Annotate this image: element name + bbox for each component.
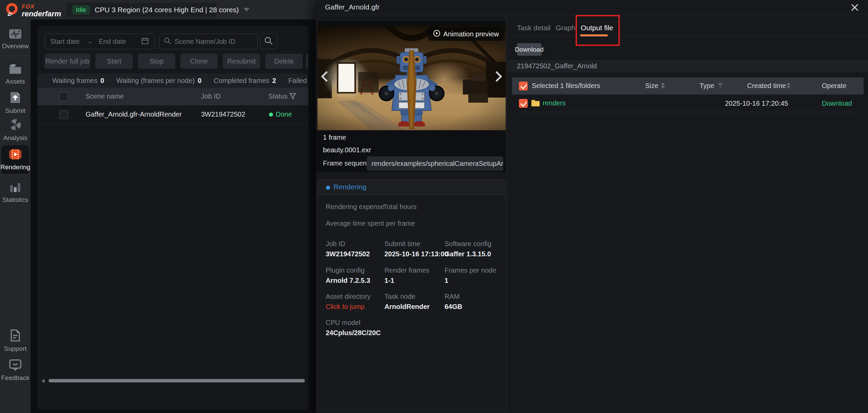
region-selector-dropdown[interactable]: Idle CPU 3 Region (24 cores High End | 2… <box>67 3 217 17</box>
column-created-time[interactable]: Created time <box>747 82 786 90</box>
total-hours-label: Total hours <box>383 203 417 211</box>
sidebar-item-feedback[interactable]: Feedback <box>0 359 31 382</box>
sidebar-item-submit[interactable]: Submit <box>0 91 31 115</box>
frame-sequence-input[interactable]: renders/examples/sphericalCameraSetupArn… <box>367 156 503 171</box>
job-action-buttons: Render full job Start Stop Clone Resubmi… <box>44 54 303 69</box>
logo-text-fox: FOX <box>22 4 61 10</box>
job-detail-overlay: Gaffer_Arnold.gfr <box>316 0 868 413</box>
render-full-job-button[interactable]: Render full job <box>44 54 90 69</box>
scrollbar-thumb[interactable] <box>49 379 305 382</box>
sidebar-item-assets[interactable]: Assets <box>0 64 31 85</box>
sidebar-divider <box>0 56 31 56</box>
close-icon[interactable] <box>850 3 859 12</box>
horizontal-scrollbar[interactable] <box>41 379 308 383</box>
column-type[interactable]: Type <box>700 82 714 90</box>
folder-icon <box>9 64 22 76</box>
field-ram: RAM64GB <box>445 293 502 311</box>
column-size[interactable]: Size <box>645 82 658 90</box>
calendar-icon <box>141 37 149 46</box>
job-status-done: Done <box>276 110 292 118</box>
file-created-time: 2025-10-16 17:20:45 <box>725 100 788 107</box>
scroll-left-arrow-icon[interactable] <box>41 379 44 383</box>
start-date-field[interactable]: Start date <box>50 38 80 46</box>
sidebar-item-support[interactable]: Support <box>0 329 31 352</box>
feedback-chat-icon <box>9 359 21 372</box>
render-preview-image: Animation preview <box>318 21 506 130</box>
frame-sequence-label: Frame sequence <box>323 159 374 167</box>
sidebar-item-analysis[interactable]: Analysis <box>0 119 31 142</box>
file-name-link[interactable]: renders <box>543 99 566 107</box>
job-scene-name[interactable]: Gaffer_Arnold.gfr-ArnoldRender <box>86 110 182 118</box>
activity-icon <box>9 29 22 40</box>
rendering-status-dot <box>326 186 330 190</box>
field-asset-directory: Asset directoryClick to jump <box>326 293 383 311</box>
sidebar-item-rendering[interactable]: Rendering <box>1 145 29 174</box>
preview-prev-arrow[interactable] <box>320 70 329 83</box>
search-input[interactable]: Scene Name/Job ID <box>159 34 258 49</box>
animation-preview-button[interactable]: Animation preview <box>428 27 504 41</box>
avg-time-label: Average time spent per frame <box>326 220 415 227</box>
job-id-value: 3W219472502 <box>201 110 245 118</box>
select-all-checkbox[interactable] <box>59 92 68 101</box>
download-button[interactable]: Download <box>517 43 542 56</box>
created-sort-icon[interactable] <box>786 83 791 88</box>
files-select-all-checkbox[interactable] <box>519 82 528 90</box>
tab-task-detail[interactable]: Task detail <box>517 24 550 32</box>
idle-status-badge: Idle <box>72 5 90 15</box>
search-button[interactable] <box>260 34 277 49</box>
file-row[interactable]: renders 2025-10-16 17:20:45 Download <box>512 94 864 112</box>
start-button[interactable]: Start <box>95 54 133 69</box>
field-software-config: Software configGaffer 1.3.15.0 <box>445 240 502 258</box>
type-filter-icon[interactable] <box>717 83 723 90</box>
overlay-title: Gaffer_Arnold.gfr <box>325 3 380 11</box>
file-row-checkbox[interactable] <box>519 99 528 108</box>
row-checkbox[interactable] <box>59 110 68 119</box>
sidebar-item-statistics[interactable]: Statistics <box>0 182 31 204</box>
jobs-panel: Start date → End date Scene Name/Job ID … <box>37 25 308 410</box>
date-range-picker[interactable]: Start date → End date <box>44 34 155 49</box>
tabs-divider <box>507 36 868 37</box>
frame-count-text: 1 frame <box>323 134 346 141</box>
end-date-field[interactable]: End date <box>99 38 126 46</box>
field-cpu-model: CPU model24Cplus/28C/20C <box>326 319 414 337</box>
fox-renderfarm-logo[interactable]: FOX renderfarm <box>5 2 61 19</box>
sidebar-divider <box>0 174 31 174</box>
status-done-dot <box>269 113 273 117</box>
click-to-jump-link[interactable]: Click to jump <box>326 303 383 311</box>
field-submit-time: Submit time2025-10-16 17:13:00 <box>384 240 452 258</box>
delete-button[interactable]: Delete <box>265 54 303 69</box>
search-icon <box>164 37 171 46</box>
tab-waiting-frames[interactable]: Waiting frames0 <box>52 77 104 85</box>
app-root: FOX renderfarm Idle CPU 3 Region (24 cor… <box>0 0 868 413</box>
size-sort-icon[interactable] <box>661 83 665 88</box>
resubmit-button[interactable]: Resubmit <box>223 54 260 69</box>
annotation-highlight-box <box>576 15 620 46</box>
folder-path-breadcrumb[interactable]: 219472502_Gaffer_Arnold <box>517 62 597 70</box>
job-row[interactable]: Gaffer_Arnold.gfr-ArnoldRender 3W2194725… <box>37 105 308 124</box>
region-selector-label: CPU 3 Region (24 cores High End | 28 cor… <box>95 6 239 14</box>
sidebar-item-overview[interactable]: Overview <box>0 29 31 50</box>
stop-button[interactable]: Stop <box>138 54 175 69</box>
column-scene-name: Scene name <box>86 92 124 100</box>
panel-vertical-divider <box>507 15 507 413</box>
file-download-link[interactable]: Download <box>822 100 852 107</box>
tab-waiting-frames-per-node[interactable]: Waiting (frames per node)0 <box>116 77 202 85</box>
column-status: Status <box>268 92 288 100</box>
files-table-header: Selected 1 files/folders Size Type Creat… <box>512 78 864 94</box>
tab-failed-frames[interactable]: Failed frames0 <box>288 77 308 85</box>
folder-icon <box>531 99 540 108</box>
tab-completed-frames[interactable]: Completed frames2 <box>214 77 276 85</box>
tab-graph[interactable]: Graph <box>556 24 575 32</box>
field-frames-per-node: Frames per node1 <box>445 266 502 285</box>
chevron-down-icon <box>243 8 250 12</box>
row-divider <box>519 112 857 112</box>
column-operate: Operate <box>822 82 846 90</box>
clone-button[interactable]: Clone <box>180 54 218 69</box>
field-plugin-config: Plugin configArnold 7.2.5.3 <box>326 266 383 285</box>
file-upload-icon <box>10 91 21 105</box>
search-icon <box>264 36 273 47</box>
folder-breadcrumb-band: 219472502_Gaffer_Arnold <box>507 60 868 72</box>
status-filter-icon[interactable] <box>289 93 296 102</box>
status-card-header: Rendering <box>318 180 505 195</box>
preview-next-arrow[interactable] <box>494 70 503 83</box>
